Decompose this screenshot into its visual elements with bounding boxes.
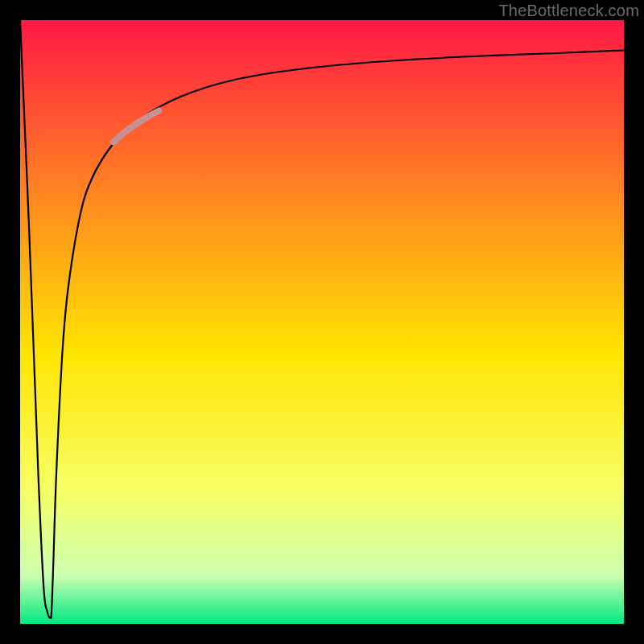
curve-layer: [20, 20, 624, 624]
attribution-watermark: TheBottleneck.com: [498, 2, 639, 20]
highlight-segment: [114, 111, 159, 142]
plot-area: [20, 20, 624, 624]
bottleneck-curve: [20, 20, 624, 618]
chart-frame: TheBottleneck.com: [0, 0, 644, 644]
